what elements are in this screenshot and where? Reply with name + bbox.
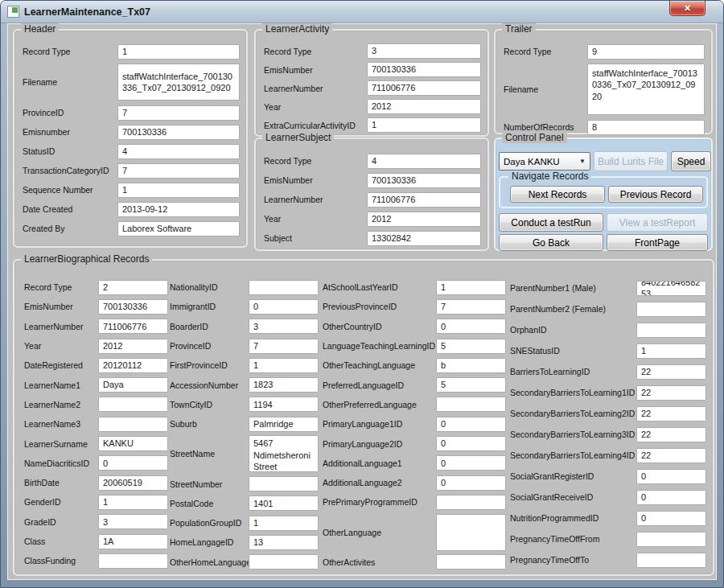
field-input[interactable]: 1 [636,343,706,359]
field-input[interactable]: 5467 Ndimetsheroni Street [249,435,319,472]
field-input[interactable]: 7 [249,339,319,354]
field-row: Year 2012 [264,209,481,228]
field-input[interactable]: 1823 [249,377,319,393]
field-input[interactable]: Palmridge [249,417,319,432]
field-label: PrePrimaryProgrammeID [323,497,436,507]
field-input[interactable]: staffWatchInterface_700130336_Tx07_20130… [117,64,240,101]
close-button[interactable]: ✕ [669,1,705,16]
field-row: LearnerNumber 711006776 [24,317,171,336]
build-lurits-file-button[interactable]: Build Lurits File [594,151,668,171]
field-input[interactable]: 4 [117,144,240,159]
field-input[interactable]: 7 [436,299,506,315]
field-input[interactable]: Daya [98,377,168,393]
field-input[interactable]: 20120112 [98,358,168,373]
field-input[interactable]: 2012 [367,212,481,227]
field-input[interactable]: 9 [587,44,705,60]
field-row: PrimaryLanguage1ID 0 [323,414,507,434]
field-input[interactable]: 0 [436,319,506,334]
go-back-button[interactable]: Go Back [499,234,603,251]
field-input[interactable]: 0 [636,511,706,526]
field-input[interactable]: 1 [117,44,240,60]
field-input[interactable]: KANKU [98,436,168,451]
learner-select[interactable]: Daya KANKU ▼ [499,152,590,171]
field-input[interactable] [249,554,319,569]
field-input[interactable] [436,514,506,551]
field-label: PostalCode [170,499,249,508]
field-input[interactable]: 0 [98,455,168,471]
frontpage-button[interactable]: FrontPage [607,234,708,251]
field-input[interactable]: 13302842 [367,231,481,246]
field-input[interactable]: 1A [98,534,168,549]
field-input[interactable]: b [436,358,506,373]
field-input[interactable]: 3 [367,43,481,59]
field-input[interactable]: staffWatchInterface_700130336_Tx07_20130… [587,64,705,115]
field-input[interactable] [436,554,506,569]
field-input[interactable]: 7 [117,105,240,121]
field-input[interactable]: 0 [436,417,506,432]
field-input[interactable]: 1 [367,117,481,133]
field-input[interactable]: 0 [436,455,506,471]
field-input[interactable]: 0 [249,299,319,315]
field-input[interactable]: 711006776 [367,192,481,208]
field-input[interactable]: 1 [436,280,506,295]
field-label: Record Type [264,156,367,166]
field-input[interactable] [249,476,319,491]
field-input[interactable] [98,553,168,569]
field-input[interactable]: 8 [587,120,705,135]
field-input[interactable]: 20060519 [98,475,168,491]
next-records-button[interactable]: Next Records [510,186,605,203]
field-input[interactable]: 2 [98,280,168,295]
conduct-testrun-button[interactable]: Conduct a testRun [499,213,603,232]
field-input[interactable]: 7 [117,163,240,179]
field-input[interactable]: 4 [367,154,481,169]
field-input[interactable]: 1194 [249,397,319,412]
field-input[interactable] [636,323,706,338]
field-input[interactable]: 3 [249,319,319,334]
field-input[interactable]: 2012 [98,339,168,354]
field-input[interactable]: 22 [636,448,706,463]
view-testreport-button[interactable]: View a testReport [607,213,708,232]
field-input[interactable]: 13 [249,535,319,550]
field-input[interactable]: 22 [636,427,706,442]
field-input[interactable]: Laborex Software [117,221,240,236]
field-input[interactable]: 2013-09-12 [117,202,240,217]
field-input[interactable]: 1 [117,183,240,198]
field-input[interactable] [636,553,706,568]
field-input[interactable] [249,280,319,295]
field-input[interactable] [98,397,168,412]
field-input[interactable]: 700130336 [367,173,481,188]
title-bar[interactable]: LearnerMaintenance_Tx07 ✕ [1,1,723,23]
field-input[interactable]: 2012 [367,99,481,114]
field-label: NutritionProgrammedID [510,513,636,523]
field-input[interactable]: 1401 [249,495,319,511]
field-label: Sequence Number [23,185,117,195]
field-input[interactable]: 700130336 [367,62,481,77]
field-input[interactable] [98,417,168,432]
field-input[interactable] [436,495,506,510]
field-input[interactable]: 5 [436,377,506,393]
speed-button[interactable]: Speed [671,151,711,171]
field-input[interactable]: 711006776 [367,80,481,96]
field-input[interactable]: 1 [98,495,168,510]
field-input[interactable] [636,532,706,547]
field-input[interactable]: 711006776 [98,319,168,334]
field-input[interactable]: 0 [636,469,706,484]
field-input[interactable]: 1 [249,358,319,373]
bio-column-2: NationalityID ImmigrantID 0 BoarderID 3 [170,278,319,572]
field-input[interactable]: 84022164658253 [636,281,706,296]
field-input[interactable]: 700130336 [98,299,168,315]
field-input[interactable] [436,397,506,412]
field-input[interactable]: 3 [98,514,168,529]
field-input[interactable]: 700130336 [117,125,240,140]
field-input[interactable]: 22 [636,364,706,380]
field-input[interactable]: 22 [636,385,706,401]
field-input[interactable]: 0 [436,436,506,451]
field-input[interactable]: 1 [249,516,319,531]
field-input[interactable]: 22 [636,406,706,421]
field-input[interactable]: 0 [636,490,706,505]
field-input[interactable]: 5 [436,339,506,354]
field-input[interactable]: 0 [436,475,506,491]
previous-record-button[interactable]: Previous Record [608,186,703,203]
field-row: NameDiacriticsID 0 [24,454,171,473]
field-input[interactable] [636,302,706,317]
